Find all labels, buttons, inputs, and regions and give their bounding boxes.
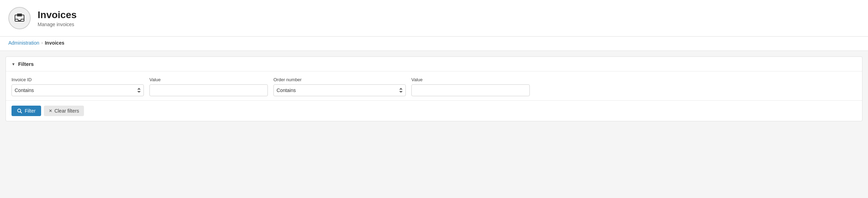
header-text: Invoices Manage invoices xyxy=(38,9,77,27)
page-subtitle: Manage invoices xyxy=(38,22,77,27)
inbox-icon xyxy=(14,12,25,24)
invoice-id-group: Invoice ID Contains Equals Starts with E… xyxy=(11,77,144,96)
order-number-select[interactable]: Contains Equals Starts with Ends with xyxy=(273,84,406,96)
filter-button[interactable]: Filter xyxy=(11,106,41,116)
search-icon xyxy=(17,108,22,113)
actions-row: Filter ✕ Clear filters xyxy=(6,100,862,121)
invoice-id-select[interactable]: Contains Equals Starts with Ends with xyxy=(11,84,144,96)
order-value-group: Value xyxy=(411,77,530,96)
filters-label: Filters xyxy=(18,61,34,67)
order-number-group: Order number Contains Equals Starts with… xyxy=(273,77,406,96)
breadcrumb: Administration › Invoices xyxy=(0,37,868,51)
breadcrumb-parent-link[interactable]: Administration xyxy=(8,40,39,46)
invoice-value-label: Value xyxy=(149,77,268,82)
filters-panel: ▼ Filters Invoice ID Contains Equals Sta… xyxy=(6,56,862,121)
page-title: Invoices xyxy=(38,9,77,21)
clear-filters-label: Clear filters xyxy=(54,108,79,114)
filters-toggle-icon: ▼ xyxy=(11,62,15,66)
filters-row: Invoice ID Contains Equals Starts with E… xyxy=(11,77,857,96)
breadcrumb-separator: › xyxy=(41,40,43,45)
filter-button-label: Filter xyxy=(25,108,36,114)
clear-filters-button[interactable]: ✕ Clear filters xyxy=(44,106,84,116)
order-value-input[interactable] xyxy=(411,84,530,96)
filters-body: Invoice ID Contains Equals Starts with E… xyxy=(6,71,862,100)
header-icon-circle xyxy=(8,7,31,29)
invoice-value-input[interactable] xyxy=(149,84,268,96)
invoice-id-label: Invoice ID xyxy=(11,77,144,82)
page-header: Invoices Manage invoices xyxy=(0,0,868,37)
x-icon: ✕ xyxy=(49,108,52,113)
order-number-label: Order number xyxy=(273,77,406,82)
breadcrumb-current: Invoices xyxy=(45,40,64,46)
filters-header[interactable]: ▼ Filters xyxy=(6,57,862,71)
main-content: ▼ Filters Invoice ID Contains Equals Sta… xyxy=(0,51,868,127)
invoice-value-group: Value xyxy=(149,77,268,96)
svg-line-3 xyxy=(21,112,22,113)
order-value-label: Value xyxy=(411,77,530,82)
page-wrapper: Invoices Manage invoices Administration … xyxy=(0,0,868,198)
svg-rect-1 xyxy=(17,14,22,16)
